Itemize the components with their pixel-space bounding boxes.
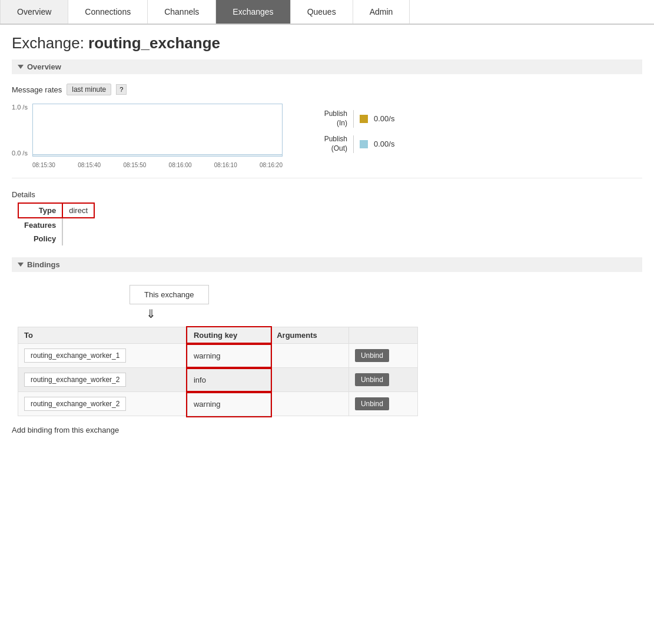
page-content: Exchange: routing_exchange Overview Mess… <box>0 25 654 456</box>
overview-section-header[interactable]: Overview <box>12 59 642 74</box>
bindings-section-label: Bindings <box>27 260 60 269</box>
bindings-collapse-icon <box>18 263 24 267</box>
legend-in-label: Publish(In) <box>300 109 347 128</box>
details-policy-key: Policy <box>18 232 62 245</box>
details-section: Details Type direct Features Policy <box>12 190 642 245</box>
binding-action-1: Unbind <box>348 368 417 392</box>
binding-row-1: routing_exchange_worker_2 info Unbind <box>18 368 418 392</box>
y-label-bottom: 0.0 /s <box>12 150 32 157</box>
details-policy-row: Policy <box>18 232 94 245</box>
message-rates-label: Message rates <box>12 85 62 94</box>
collapse-icon <box>18 65 24 69</box>
nav-overview[interactable]: Overview <box>0 0 68 24</box>
chart-legend: Publish(In) 0.00/s Publish(Out) 0.00/s <box>300 104 394 153</box>
title-name: routing_exchange <box>88 34 220 52</box>
binding-to-2: routing_exchange_worker_2 <box>18 392 188 416</box>
details-policy-value <box>62 232 94 245</box>
x-label-2: 08:15:50 <box>123 162 146 168</box>
overview-section: Overview Message rates last minute ? 1.0… <box>12 59 642 178</box>
bindings-section-header[interactable]: Bindings <box>12 257 642 272</box>
details-type-value: direct <box>62 203 94 218</box>
overview-section-label: Overview <box>27 62 61 71</box>
this-exchange-box: This exchange <box>130 285 209 304</box>
nav-channels[interactable]: Channels <box>148 0 216 24</box>
legend-in-value: 0.00/s <box>374 114 394 123</box>
binding-args-2 <box>271 392 349 416</box>
queue-box-1: routing_exchange_worker_2 <box>24 373 126 387</box>
binding-routing-key-1: info <box>187 368 270 392</box>
details-type-row: Type direct <box>18 203 94 218</box>
legend-publish-out: Publish(Out) 0.00/s <box>300 135 394 153</box>
nav-admin[interactable]: Admin <box>353 0 410 24</box>
message-rates-row: Message rates last minute ? <box>12 80 642 99</box>
binding-action-0: Unbind <box>348 344 417 368</box>
y-label-top: 1.0 /s <box>12 104 32 111</box>
chart-wrap: 1.0 /s 0.0 /s 08:15:30 08:15:40 08:15:50 <box>12 104 283 168</box>
nav-exchanges[interactable]: Exchanges <box>216 0 290 24</box>
binding-args-1 <box>271 368 349 392</box>
x-label-0: 08:15:30 <box>32 162 55 168</box>
details-label: Details <box>12 190 642 199</box>
chart-svg <box>32 104 283 157</box>
help-button[interactable]: ? <box>116 84 127 95</box>
chart-container: 1.0 /s 0.0 /s 08:15:30 08:15:40 08:15:50 <box>12 104 283 168</box>
navigation: Overview Connections Channels Exchanges … <box>0 0 654 25</box>
details-features-row: Features <box>18 218 94 232</box>
binding-row-2: routing_exchange_worker_2 warning Unbind <box>18 392 418 416</box>
nav-connections[interactable]: Connections <box>68 0 148 24</box>
page-title: Exchange: routing_exchange <box>12 34 642 52</box>
unbind-button-1[interactable]: Unbind <box>355 373 389 386</box>
col-routing-key: Routing key <box>187 327 270 344</box>
this-exchange-label: This exchange <box>144 290 194 299</box>
title-prefix: Exchange: <box>12 34 88 52</box>
legend-publish-in: Publish(In) 0.00/s <box>300 109 394 128</box>
col-arguments: Arguments <box>271 327 349 344</box>
legend-separator <box>353 110 354 128</box>
col-action <box>348 327 417 344</box>
queue-box-2: routing_exchange_worker_2 <box>24 397 126 411</box>
rate-badge[interactable]: last minute <box>67 84 111 95</box>
legend-out-label: Publish(Out) <box>300 135 347 153</box>
binding-args-0 <box>271 344 349 368</box>
legend-out-value: 0.00/s <box>374 140 394 148</box>
chart-area: 1.0 /s 0.0 /s 08:15:30 08:15:40 08:15:50 <box>12 99 642 178</box>
add-binding-label[interactable]: Add binding from this exchange <box>12 426 642 434</box>
x-label-3: 08:16:00 <box>169 162 192 168</box>
chart-x-labels: 08:15:30 08:15:40 08:15:50 08:16:00 08:1… <box>32 162 283 168</box>
down-arrow: ⇓ <box>146 307 642 321</box>
x-label-5: 08:16:20 <box>260 162 283 168</box>
bindings-header-row: To Routing key Arguments <box>18 327 418 344</box>
x-label-4: 08:16:10 <box>214 162 237 168</box>
bindings-table: To Routing key Arguments routing_exchang… <box>18 327 418 416</box>
binding-routing-key-2: warning <box>187 392 270 416</box>
col-to: To <box>18 327 188 344</box>
details-type-key: Type <box>18 203 62 218</box>
details-features-key: Features <box>18 218 62 232</box>
unbind-button-0[interactable]: Unbind <box>355 349 389 362</box>
binding-action-2: Unbind <box>348 392 417 416</box>
binding-to-0: routing_exchange_worker_1 <box>18 344 188 368</box>
binding-routing-key-0: warning <box>187 344 270 368</box>
unbind-button-2[interactable]: Unbind <box>355 397 389 410</box>
queue-box-0: routing_exchange_worker_1 <box>24 348 126 363</box>
details-table: Type direct Features Policy <box>18 203 95 245</box>
binding-to-1: routing_exchange_worker_2 <box>18 368 188 392</box>
binding-row-0: routing_exchange_worker_1 warning Unbind <box>18 344 418 368</box>
legend-out-color <box>360 140 368 148</box>
x-label-1: 08:15:40 <box>78 162 101 168</box>
nav-queues[interactable]: Queues <box>291 0 353 24</box>
legend-separator-2 <box>353 135 354 153</box>
bindings-section: Bindings This exchange ⇓ To Routing key … <box>12 257 642 434</box>
legend-in-color <box>360 115 368 123</box>
details-features-value <box>62 218 94 232</box>
chart-y-labels: 1.0 /s 0.0 /s <box>12 104 32 157</box>
